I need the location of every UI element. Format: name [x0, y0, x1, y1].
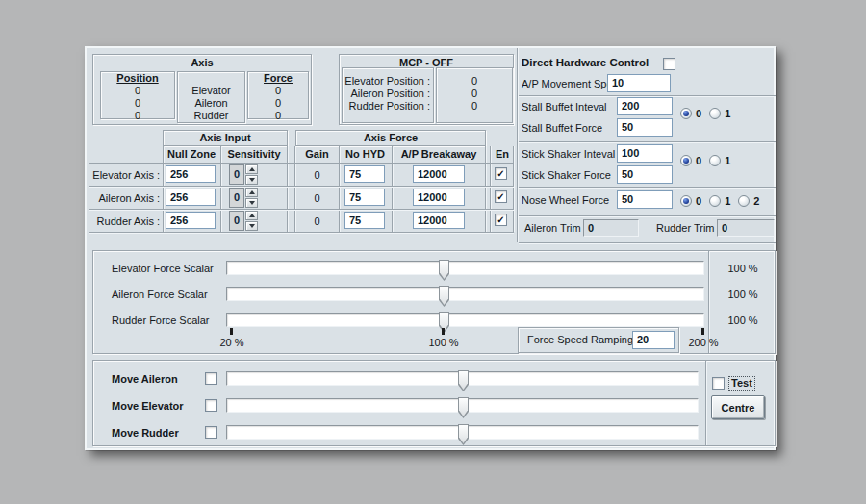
channel-label-aileron: Aileron: [194, 97, 227, 110]
aileron-en-checkbox[interactable]: ✓: [495, 190, 507, 203]
slider-thumb[interactable]: [458, 370, 469, 391]
grid-line: [89, 186, 514, 188]
move-rudder-slider[interactable]: [226, 425, 699, 440]
move-panel-divider: [705, 361, 707, 445]
grid-line: [89, 209, 514, 211]
grid-line: [485, 146, 487, 232]
mcp-aileron-label: Aileron Position :: [343, 88, 433, 100]
stall-buffet-force-input[interactable]: 50: [617, 118, 673, 137]
nose-mode-0-radio[interactable]: [680, 195, 692, 207]
rudder-force-scalar-slider[interactable]: [226, 313, 704, 327]
scale-tick-100: [442, 328, 445, 335]
mcp-rudder-value: 0: [437, 100, 512, 113]
rudder-trim-value: 0: [717, 219, 775, 237]
direct-hardware-control-checkbox[interactable]: [663, 58, 675, 70]
stick-shaker-mode-radios: 01: [680, 154, 738, 167]
elevator-en-checkbox[interactable]: ✓: [495, 167, 507, 180]
mcp-labels-panel: Elevator Position : Aileron Position : R…: [342, 67, 434, 123]
check-icon: ✓: [497, 215, 504, 225]
check-icon: ✓: [497, 192, 504, 202]
elevator-sensitivity-spin-down[interactable]: [245, 175, 258, 185]
scale-tick-200: [701, 328, 704, 335]
aileron-null-zone-input[interactable]: 256: [166, 189, 216, 206]
elevator-breakaway-input[interactable]: 12000: [413, 165, 465, 183]
slider-thumb[interactable]: [439, 286, 449, 307]
scale-tick-200-label: 200 %: [679, 337, 727, 349]
test-checkbox[interactable]: [712, 377, 725, 390]
aileron-force-scalar-label: Aileron Force Scalar: [112, 289, 208, 301]
stick-shaker-force-input[interactable]: 50: [617, 165, 673, 184]
ap-movement-speed-input[interactable]: 10: [607, 74, 671, 92]
spin-up-icon: [249, 190, 255, 194]
elevator-null-zone-input[interactable]: 256: [166, 165, 216, 183]
aileron-no-hyd-input[interactable]: 75: [344, 189, 385, 206]
shaker-mode-1-label: 1: [725, 155, 730, 166]
slider-thumb[interactable]: [439, 260, 449, 281]
rudder-en-checkbox[interactable]: ✓: [495, 214, 507, 226]
scale-tick-100-label: 100 %: [420, 337, 468, 349]
elevator-sensitivity-spin-up[interactable]: [245, 164, 258, 174]
nose-mode-1-radio[interactable]: [709, 195, 721, 207]
elevator-force-scalar-slider[interactable]: [226, 261, 704, 275]
axis-group: Axis Position 0 0 0 Elevator Aileron Rud…: [92, 54, 312, 125]
mcp-rudder-label: Rudder Position :: [343, 100, 433, 113]
grid-line: [89, 232, 514, 234]
move-panel: Move Aileron Move Elevator Move Rudder T…: [92, 360, 776, 446]
stall-mode-0-radio[interactable]: [680, 108, 692, 119]
aileron-breakaway-input[interactable]: 12000: [413, 189, 465, 206]
rudder-sensitivity-spin-down[interactable]: [245, 221, 258, 231]
axis-input-header: Axis Input: [163, 130, 288, 146]
move-aileron-slider[interactable]: [226, 371, 699, 386]
separator: [519, 187, 776, 189]
move-aileron-label: Move Aileron: [112, 373, 178, 386]
right-panel-divider: [517, 48, 519, 242]
axis-channel-panel: Elevator Aileron Rudder: [177, 71, 245, 123]
aileron-force-scalar-slider[interactable]: [226, 287, 704, 301]
stall-mode-0-label: 0: [696, 108, 701, 119]
force-scalar-panel: Elevator Force Scalar 100 % Aileron Forc…: [92, 250, 776, 354]
shaker-mode-0-radio[interactable]: [680, 155, 692, 166]
axis-group-title: Axis: [93, 57, 311, 68]
shaker-mode-0-label: 0: [696, 155, 701, 166]
slider-thumb[interactable]: [458, 397, 469, 418]
move-aileron-checkbox[interactable]: [205, 372, 217, 385]
force-speed-ramping-input[interactable]: 20: [632, 331, 675, 349]
mcp-group: MCP - OFF Elevator Position : Aileron Po…: [339, 54, 514, 125]
move-rudder-checkbox[interactable]: [205, 426, 217, 439]
shaker-mode-1-radio[interactable]: [709, 155, 721, 166]
slider-thumb[interactable]: [458, 424, 469, 445]
grid-line: [163, 146, 165, 232]
centre-button[interactable]: Centre: [711, 395, 765, 419]
elevator-no-hyd-input[interactable]: 75: [344, 165, 385, 183]
grid-line: [513, 146, 515, 232]
stall-buffet-force-label: Stall Buffet Force: [522, 122, 602, 135]
check-icon: ✓: [497, 169, 504, 179]
move-elevator-slider[interactable]: [226, 398, 699, 413]
nose-mode-2-radio[interactable]: [738, 195, 750, 207]
rudder-null-zone-input[interactable]: 256: [166, 212, 216, 229]
mcp-elevator-label: Elevator Position :: [343, 75, 433, 88]
grid-line: [339, 146, 341, 232]
nose-wheel-force-input[interactable]: 50: [617, 190, 673, 209]
rudder-breakaway-input[interactable]: 12000: [413, 212, 465, 229]
aileron-axis-row-label: Aileron Axis :: [89, 192, 160, 205]
rudder-no-hyd-input[interactable]: 75: [344, 212, 385, 229]
rudder-force-scalar-value: 100 %: [719, 315, 767, 327]
force-column-header: Force: [264, 72, 293, 85]
elevator-axis-row-label: Elevator Axis :: [89, 169, 160, 182]
stall-buffet-interval-input[interactable]: 200: [617, 97, 673, 115]
rudder-sensitivity-spin-up[interactable]: [245, 211, 258, 220]
aileron-sensitivity-spin-down[interactable]: [245, 198, 258, 208]
separator: [519, 215, 776, 217]
scale-tick-20-label: 20 %: [208, 337, 256, 349]
stall-mode-1-radio[interactable]: [709, 108, 721, 119]
aileron-sensitivity-value: 0: [229, 188, 244, 208]
ap-breakaway-header: A/P Breakaway: [392, 148, 486, 161]
move-elevator-checkbox[interactable]: [205, 399, 217, 412]
axis-position-panel: Position 0 0 0: [100, 71, 175, 119]
spin-up-icon: [249, 167, 255, 171]
stick-shaker-interval-input[interactable]: 100: [617, 144, 673, 163]
stick-shaker-interval-label: Stick Shaker Inteval: [522, 148, 615, 161]
aileron-sensitivity-spin-up[interactable]: [245, 188, 258, 197]
mcp-values-panel: 0 0 0: [436, 67, 513, 123]
